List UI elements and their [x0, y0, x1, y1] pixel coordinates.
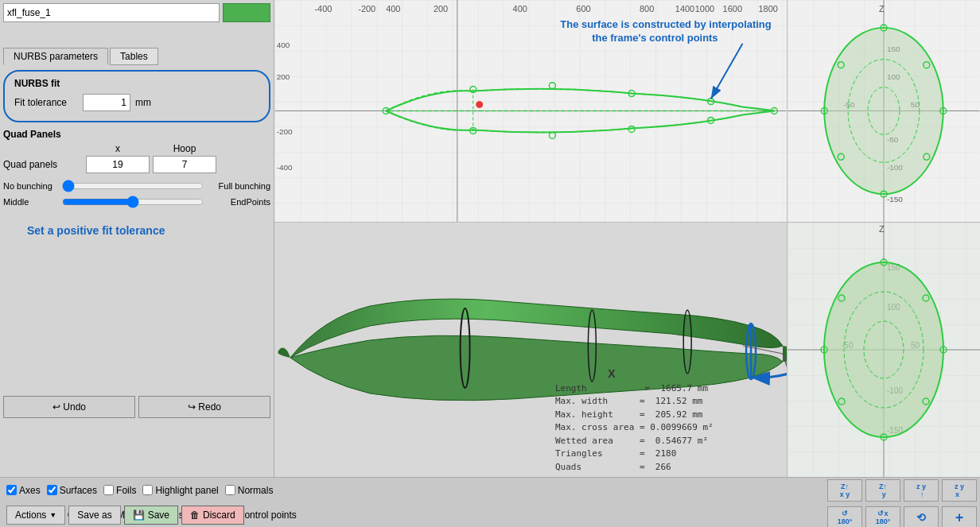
action-buttons-row: Actions ▼ Save as 💾 Save 🗑 Discard [0, 502, 251, 527]
quad-panels-section: Quad Panels x Hoop Quad panels [3, 129, 270, 173]
undo-icon: ↩ [52, 401, 60, 413]
discard-icon: 🗑 [190, 510, 200, 521]
bottom-right-viewport-svg: Z 50 -50 100 150 -100 -150 [788, 223, 980, 477]
redo-button[interactable]: ↪ Redo [138, 396, 270, 418]
left-panel: xfl_fuse_1 NURBS parameters Tables NURBS… [0, 0, 274, 477]
nav-rot2-btn[interactable]: ↺x180° [865, 506, 900, 527]
quad-row-label: Quad panels [3, 159, 83, 170]
svg-text:Z: Z [879, 4, 885, 14]
redo-icon: ↪ [188, 401, 196, 413]
bunching-row-2: Middle EndPoints [3, 196, 270, 208]
svg-point-29 [476, 101, 484, 109]
svg-text:400: 400 [386, 4, 400, 14]
quad-header-row: x Hoop [3, 143, 270, 154]
middle-label: Middle [3, 197, 59, 207]
max-height-stat: Max. height = 205.92 mm [555, 409, 714, 422]
bunching-slider-2[interactable] [62, 196, 204, 208]
nav-plus-btn[interactable]: + [942, 506, 977, 527]
svg-point-82 [824, 262, 943, 437]
save-label: Save [148, 510, 169, 521]
viewport-top[interactable]: X-scale = 1.0 Y-scale = 1.0 x = 1.406 y … [274, 0, 788, 223]
max-cross-stat: Max. cross area = 0.0099669 m² [555, 421, 714, 435]
triangles-stat: Triangles = 2180 [555, 448, 714, 461]
quad-col-hoop-header: Hoop [153, 143, 216, 154]
nav-zyx-btn[interactable]: z yx [942, 479, 977, 502]
quads-stat: Quads = 266 [555, 461, 714, 475]
nav-rot1-btn[interactable]: ↺180° [827, 506, 862, 527]
checkboxes-row: Axes Surfaces Foils Highlight panel Norm… [0, 478, 980, 502]
top-viewport-svg: 400 600 800 1000 200 400 -200 -400 1800 … [274, 0, 787, 222]
svg-text:-200: -200 [277, 127, 293, 136]
main-area: X-scale = 1.0 Y-scale = 1.0 x = 1.406 y … [274, 0, 980, 527]
color-button[interactable] [223, 3, 270, 22]
nav-icons-panel: Z↑x y Z↑ y z y ↑ z yx ↺180° ↺x180° ⟲ + [826, 478, 980, 527]
actions-dropdown-arrow: ▼ [49, 511, 56, 519]
viewport-bottom-right[interactable]: Z 50 -50 100 150 -100 -150 [788, 223, 980, 477]
viewport-right[interactable]: X-Scale = 1.0 Y-Scale = 1.0 x = 87.73mm … [788, 0, 980, 223]
svg-text:400: 400 [277, 41, 290, 49]
tab-tables[interactable]: Tables [110, 48, 158, 65]
foils-checkbox[interactable] [103, 485, 114, 495]
svg-text:-150: -150 [887, 195, 903, 203]
tab-nurbs-parameters[interactable]: NURBS parameters [3, 48, 108, 65]
svg-text:1600: 1600 [723, 4, 742, 14]
svg-text:1400: 1400 [675, 4, 694, 14]
highlight-panel-checkbox[interactable] [142, 485, 153, 495]
full-bunching-label: Full bunching [207, 181, 270, 191]
svg-text:-400: -400 [277, 163, 293, 172]
svg-text:The surface is constructed by : The surface is constructed by interpolat… [560, 18, 771, 30]
quad-data-row: Quad panels [3, 156, 270, 173]
quad-hoop-input[interactable] [153, 156, 216, 173]
undo-button[interactable]: ↩ Undo [3, 396, 135, 418]
nav-arrows-btn[interactable]: ⟲ [904, 506, 939, 527]
svg-text:200: 200 [434, 4, 448, 14]
discard-button[interactable]: 🗑 Discard [181, 506, 244, 525]
name-input[interactable]: xfl_fuse_1 [3, 3, 220, 22]
bunching-row-1: No bunching Full bunching [3, 180, 270, 192]
nav-y-btn[interactable]: Z↑ y [865, 479, 900, 502]
undo-redo-row: ↩ Undo ↪ Redo [3, 396, 270, 418]
tabs-row: NURBS parameters Tables [3, 48, 270, 65]
surfaces-checkbox[interactable] [47, 485, 57, 495]
quad-x-input[interactable] [86, 156, 150, 173]
svg-text:200: 200 [277, 72, 290, 81]
bunching-slider-1[interactable] [62, 180, 204, 192]
actions-label: Actions [15, 510, 46, 521]
axes-label: Axes [19, 485, 41, 496]
undo-label: Undo [63, 401, 86, 413]
nurbs-fit-title: NURBS fit [14, 78, 259, 89]
nav-zy-btn[interactable]: z y ↑ [904, 479, 939, 502]
svg-text:800: 800 [640, 4, 654, 14]
stats-area: Length = 1665.7 mm Max. width = 121.52 m… [549, 379, 720, 478]
svg-text:1800: 1800 [758, 4, 777, 14]
normals-label: Normals [238, 485, 274, 496]
svg-text:1000: 1000 [695, 4, 714, 14]
highlight-panel-label: Highlight panel [155, 485, 218, 496]
checkbox-surfaces[interactable]: Surfaces [47, 485, 97, 496]
save-button[interactable]: 💾 Save [124, 506, 178, 525]
save-as-label: Save as [77, 510, 111, 521]
checkbox-highlight-panel[interactable]: Highlight panel [142, 485, 218, 496]
actions-button[interactable]: Actions ▼ [6, 506, 65, 525]
svg-point-50 [824, 28, 943, 194]
endpoints-label: EndPoints [207, 197, 270, 207]
name-row: xfl_fuse_1 [3, 3, 270, 22]
save-icon: 💾 [133, 510, 145, 521]
save-as-button[interactable]: Save as [68, 506, 120, 525]
annotation-text: Set a positive fit tolerance [27, 224, 270, 237]
fit-tolerance-label: Fit tolerance [14, 97, 78, 108]
svg-text:-200: -200 [358, 4, 375, 14]
axes-checkbox[interactable] [6, 485, 17, 495]
nurbs-fit-section: NURBS fit Fit tolerance mm [3, 70, 270, 122]
checkbox-axes[interactable]: Axes [6, 485, 41, 496]
max-width-stat: Max. width = 121.52 mm [555, 395, 714, 409]
wetted-stat: Wetted area = 0.54677 m² [555, 435, 714, 448]
right-viewport-svg: 50 -50 100 -50 -100 -150 150 Z [788, 0, 980, 222]
fit-tolerance-input[interactable] [83, 94, 130, 111]
bottom-toolbar: Axes Surfaces Foils Highlight panel Norm… [0, 477, 980, 527]
checkbox-foils[interactable]: Foils [103, 485, 136, 496]
normals-checkbox[interactable] [225, 485, 235, 495]
nav-xy-btn[interactable]: Z↑x y [827, 479, 862, 502]
fit-tolerance-unit: mm [135, 97, 151, 108]
checkbox-normals[interactable]: Normals [225, 485, 274, 496]
